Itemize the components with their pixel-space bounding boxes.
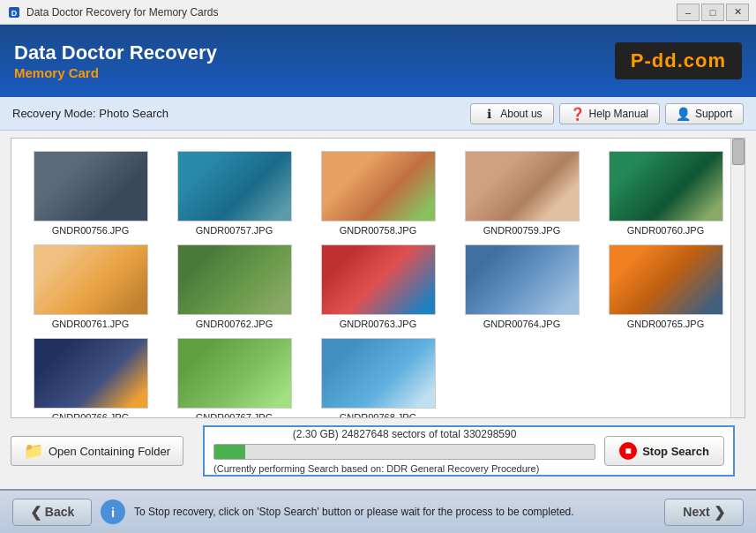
photo-label: GNDR00765.JPG: [627, 319, 704, 329]
scrollbar-thumb[interactable]: [732, 139, 745, 165]
photo-label: GNDR00759.JPG: [483, 225, 560, 236]
photo-item[interactable]: GNDR00764.JPG: [450, 239, 594, 333]
photo-label: GNDR00768.JPG: [340, 412, 416, 417]
progress-section: (2.30 GB) 24827648 sectors of total 3302…: [213, 428, 595, 474]
photo-item[interactable]: GNDR00760.JPG: [594, 146, 737, 239]
photo-thumbnail: [321, 244, 436, 315]
photo-label: GNDR00766.JPG: [52, 412, 129, 417]
app-header: Data Doctor Recovery Memory Card P-dd.co…: [0, 25, 756, 97]
photo-label: GNDR00764.JPG: [483, 319, 560, 329]
photo-thumbnail: [34, 338, 148, 409]
stop-label: Stop Search: [642, 445, 709, 458]
photo-item[interactable]: GNDR00759.JPG: [450, 146, 594, 239]
progress-info: (2.30 GB) 24827648 sectors of total 3302…: [213, 428, 595, 440]
support-button[interactable]: 👤 Support: [665, 103, 744, 124]
photo-label: GNDR00760.JPG: [627, 225, 704, 236]
close-button[interactable]: ✕: [726, 4, 749, 21]
photo-thumbnail: [177, 244, 292, 315]
back-arrow-icon: ❮: [30, 504, 41, 521]
photo-thumbnail: [321, 151, 436, 221]
next-arrow-icon: ❯: [714, 504, 725, 521]
minimize-button[interactable]: –: [677, 4, 700, 21]
support-icon: 👤: [677, 107, 691, 121]
photo-label: GNDR00763.JPG: [340, 319, 416, 329]
window-title: Data Doctor Recovery for Memory Cards: [26, 6, 677, 19]
support-label: Support: [695, 108, 732, 120]
photo-label: GNDR00767.JPG: [196, 412, 273, 417]
brand-title: Data Doctor Recovery: [14, 41, 217, 64]
window-controls: – □ ✕: [677, 4, 749, 21]
photo-thumbnail: [465, 151, 580, 221]
status-bar: (2.30 GB) 24827648 sectors of total 3302…: [203, 425, 735, 477]
photo-thumbnail: [34, 244, 148, 315]
open-folder-label: Open Containing Folder: [49, 445, 170, 458]
title-bar: D Data Doctor Recovery for Memory Cards …: [0, 0, 756, 25]
maximize-button[interactable]: □: [701, 4, 724, 21]
photo-item[interactable]: GNDR00765.JPG: [594, 239, 737, 333]
status-text: (Currently performing Search based on: D…: [213, 463, 595, 474]
stop-icon: ■: [619, 442, 637, 460]
folder-icon: 📁: [24, 441, 43, 461]
photo-thumbnail: [177, 338, 292, 409]
photo-item[interactable]: GNDR00756.JPG: [19, 146, 162, 239]
scrollbar[interactable]: [730, 139, 745, 417]
photo-thumbnail: [321, 338, 436, 409]
about-button[interactable]: ℹ About us: [470, 103, 553, 124]
photo-thumbnail: [609, 151, 723, 221]
open-folder-button[interactable]: 📁 Open Containing Folder: [11, 436, 183, 466]
toolbar: Recovery Mode: Photo Search ℹ About us ❓…: [0, 97, 756, 131]
photo-item[interactable]: GNDR00758.JPG: [306, 146, 450, 239]
photo-thumbnail: [34, 151, 148, 221]
photo-grid: GNDR00756.JPGGNDR00757.JPGGNDR00758.JPGG…: [11, 139, 745, 417]
footer: ❮ Back i To Stop recovery, click on 'Sto…: [0, 489, 756, 533]
photo-label: GNDR00757.JPG: [196, 225, 273, 236]
photo-label: GNDR00758.JPG: [340, 225, 416, 236]
photo-label: GNDR00756.JPG: [52, 225, 129, 236]
photo-item[interactable]: GNDR00757.JPG: [162, 146, 306, 239]
brand-subtitle: Memory Card: [14, 65, 217, 80]
recovery-mode-label: Recovery Mode: Photo Search: [12, 107, 168, 120]
help-label: Help Manual: [589, 108, 648, 120]
photo-grid-container: GNDR00756.JPGGNDR00757.JPGGNDR00758.JPGG…: [11, 138, 745, 418]
photo-item[interactable]: GNDR00767.JPG: [162, 333, 306, 417]
progress-bar-fill: [214, 445, 244, 459]
svg-text:D: D: [11, 9, 18, 18]
toolbar-buttons: ℹ About us ❓ Help Manual 👤 Support: [470, 103, 744, 124]
next-label: Next: [683, 505, 709, 519]
photo-thumbnail: [465, 244, 580, 315]
stop-search-button[interactable]: ■ Stop Search: [604, 436, 724, 466]
info-icon: ℹ: [482, 107, 496, 121]
app-icon: D: [7, 5, 21, 19]
help-button[interactable]: ❓ Help Manual: [559, 103, 660, 124]
help-icon: ❓: [571, 107, 585, 121]
brand-logo: P-dd.com: [615, 42, 742, 79]
footer-info-icon: i: [101, 499, 125, 524]
progress-bar-background: [213, 444, 595, 460]
next-button[interactable]: Next ❯: [664, 499, 744, 526]
action-bar: 📁 Open Containing Folder (2.30 GB) 24827…: [11, 425, 745, 477]
photo-item[interactable]: GNDR00766.JPG: [19, 333, 162, 417]
about-label: About us: [500, 108, 542, 120]
photo-label: GNDR00761.JPG: [52, 319, 129, 329]
back-label: Back: [45, 505, 74, 519]
footer-message: To Stop recovery, click on 'Stop Search'…: [134, 506, 655, 518]
photo-thumbnail: [609, 244, 723, 315]
photo-label: GNDR00762.JPG: [196, 319, 273, 329]
brand-text: Data Doctor Recovery Memory Card: [14, 41, 217, 79]
photo-thumbnail: [177, 151, 292, 221]
photo-item[interactable]: GNDR00763.JPG: [306, 239, 450, 333]
photo-item[interactable]: GNDR00768.JPG: [306, 333, 450, 417]
back-button[interactable]: ❮ Back: [12, 499, 92, 526]
photo-item[interactable]: GNDR00761.JPG: [19, 239, 162, 333]
photo-item[interactable]: GNDR00762.JPG: [162, 239, 306, 333]
